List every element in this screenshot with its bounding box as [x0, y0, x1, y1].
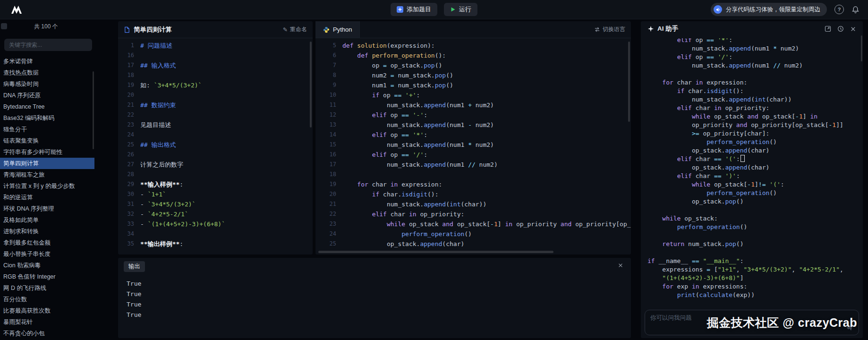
sidebar-item[interactable]: 比赛最高获胜次数	[0, 305, 94, 316]
assistant-code-line: num_stack.append(int(char))	[647, 95, 859, 104]
problem-count: 共 100 个	[34, 23, 58, 31]
sidebar-item[interactable]: Bytedance Tree	[0, 101, 94, 112]
code-text: def solution(expression):	[342, 41, 631, 51]
sidebar-item[interactable]: 多米诺骨牌	[0, 56, 94, 67]
code-text: num_stack.append(int(char))	[342, 199, 631, 209]
code-text: if op == '+':	[342, 90, 631, 100]
assistant-code-line: elif char == '(':	[647, 155, 859, 163]
sparkle-icon	[647, 26, 654, 32]
sidebar-item[interactable]: 病毒感染时间	[0, 78, 94, 90]
output-line: True	[118, 299, 631, 310]
line-number: 6	[315, 51, 342, 60]
sidebar-item[interactable]: 网 D 的飞行路线	[0, 282, 94, 294]
switch-language-button[interactable]: 切换语言	[594, 26, 631, 34]
description-line: 23见题目描述	[118, 120, 313, 130]
list-icon[interactable]	[1, 23, 7, 29]
description-line: 16	[118, 51, 313, 60]
run-button[interactable]: 运行	[444, 3, 477, 16]
help-icon[interactable]: ?	[834, 5, 844, 14]
rename-button[interactable]: ✎ 重命名	[283, 26, 307, 34]
output-tab[interactable]: 输出	[124, 261, 145, 272]
description-line: 34	[118, 229, 313, 239]
problem-list: 多米诺骨牌查找热点数据病毒感染时间DNA 序列还原Bytedance TreeB…	[0, 56, 94, 339]
editor-line: 13 num_stack.append(num1 - num2)	[315, 120, 631, 130]
sidebar-item[interactable]: 计算位置 x 到 y 的最少步数	[0, 180, 94, 192]
output-close-icon[interactable]	[618, 263, 623, 268]
sidebar-item[interactable]: Cion 勒索病毒	[0, 260, 94, 271]
description-text: ## 输出格式	[140, 140, 313, 150]
sidebar-item[interactable]: 猫鱼分干	[0, 124, 94, 135]
code-text: num_stack.append(num1 // num2)	[342, 160, 631, 170]
assistant-code-line: elif char in op_priority:	[647, 104, 859, 112]
sidebar-item[interactable]: 暴雨梨花针	[0, 316, 94, 328]
line-number: 29	[118, 179, 140, 189]
output-line: True	[118, 289, 631, 299]
description-text	[140, 150, 313, 160]
description-text: **输出样例**:	[140, 239, 313, 249]
sidebar-item[interactable]: 字符串有多少种可能性	[0, 146, 94, 158]
add-problem-button[interactable]: 添加题目	[391, 3, 437, 16]
sidebar-item[interactable]: DNA 序列还原	[0, 90, 94, 101]
bell-icon[interactable]	[851, 6, 859, 14]
sidebar-item[interactable]: 和的逆运算	[0, 192, 94, 203]
assistant-code-line: while op_stack[-1]!= '(':	[647, 180, 859, 189]
history-icon[interactable]	[837, 26, 844, 32]
description-line: 24	[118, 130, 313, 140]
editor-vertical-scrollbar[interactable]	[628, 42, 630, 122]
text-cursor	[740, 155, 745, 162]
assistant-code-line: perform_operation()	[647, 189, 859, 197]
sidebar-item[interactable]: 最小替换子串长度	[0, 248, 94, 260]
sidebar-item[interactable]: 拿到最多红包金额	[0, 237, 94, 248]
promo-label: 分享代码练习体验，领限量定制周边	[726, 6, 820, 14]
editor-line: 9 num1 = num_stack.pop()	[315, 80, 631, 90]
editor-line: 14 elif op == '*':	[315, 130, 631, 140]
description-text: ## 输入格式	[140, 60, 313, 70]
sidebar-item[interactable]: 不再贪心的小包	[0, 328, 94, 339]
description-text: ## 数据约束	[140, 100, 313, 110]
description-scrollbar[interactable]	[310, 42, 312, 128]
line-number: 23	[118, 120, 140, 130]
open-in-editor-icon[interactable]	[825, 26, 831, 32]
sidebar-item[interactable]: 链表聚集变换	[0, 135, 94, 146]
app-logo[interactable]	[10, 4, 23, 15]
description-line: 27计算之后的数字	[118, 160, 313, 170]
search-input[interactable]	[4, 39, 92, 51]
output-line: True	[118, 279, 631, 289]
code-text: for char in expression:	[342, 179, 631, 189]
description-lines[interactable]: 1# 问题描述1617## 输入格式1819如: `3+4*5/(3+2)`20…	[118, 38, 313, 255]
line-number: 7	[315, 60, 342, 70]
description-line: 31- `3+4*5/(3+2)`	[118, 199, 313, 209]
line-number: 11	[315, 100, 342, 110]
line-number: 1	[118, 41, 140, 51]
description-header: 简单四则计算 ✎ 重命名	[118, 21, 313, 38]
description-text: **输入样例**:	[140, 179, 313, 189]
line-number: 19	[118, 80, 140, 90]
editor-lines[interactable]: 5def solution(expression):6 def perform_…	[315, 38, 631, 255]
assistant-code-line	[647, 248, 859, 257]
sidebar-item[interactable]: 环状 DNA 序列整理	[0, 203, 94, 214]
assistant-close-icon[interactable]	[850, 26, 856, 32]
promo-banner[interactable]: 分享代码练习体验，领限量定制周边	[711, 3, 827, 16]
tab-python[interactable]: Python	[315, 21, 360, 38]
sidebar-item[interactable]: 百分位数	[0, 294, 94, 305]
sidebar-scrollbar[interactable]	[93, 71, 94, 149]
editor-horizontal-scrollbar[interactable]	[318, 251, 553, 253]
sidebar-item[interactable]: RGB 色值转 Integer	[0, 271, 94, 282]
assistant-code-line: op_stack.pop()	[647, 197, 859, 206]
assistant-scrollbar[interactable]	[861, 35, 862, 61]
assistant-code-line: for exp in expressions:	[647, 282, 859, 291]
assistant-code-line: op_stack.append(char)	[647, 163, 859, 172]
sidebar-item[interactable]: 青海湖租车之旅	[0, 169, 94, 180]
assistant-code[interactable]: elif op == '*': num_stack.append(num1 * …	[647, 38, 859, 307]
assistant-code-line: perform_operation()	[647, 223, 859, 231]
line-number: 10	[315, 90, 342, 100]
description-text: - `(1+(4+5+2)-3)+(6+8)`	[140, 219, 313, 229]
sidebar-item[interactable]: 简单四则计算	[0, 158, 94, 169]
sidebar-item[interactable]: 查找热点数据	[0, 67, 94, 78]
line-number: 12	[315, 110, 342, 120]
sidebar-item[interactable]: Base32 编码和解码	[0, 112, 94, 124]
sidebar-item[interactable]: 及格如此简单	[0, 214, 94, 226]
sidebar-item[interactable]: 进制求和转换	[0, 226, 94, 237]
code-text: elif char in op_priority:	[342, 209, 631, 219]
line-number: 25	[315, 239, 342, 249]
